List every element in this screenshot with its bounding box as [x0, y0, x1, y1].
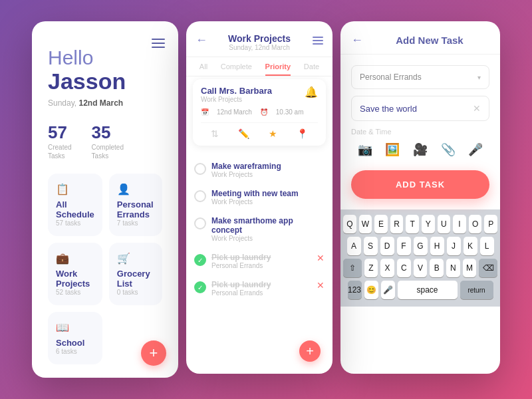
personal-errands-count: 7 tasks	[117, 219, 154, 227]
backspace-key[interactable]: ⌫	[479, 259, 497, 277]
task-item[interactable]: Meeting with new team Work Projects	[186, 184, 332, 211]
sort-icon[interactable]: ⇅	[211, 128, 219, 139]
space-key[interactable]: space	[398, 281, 458, 299]
task-checkbox-done[interactable]	[194, 254, 206, 266]
menu-icon[interactable]	[152, 36, 165, 51]
featured-task-title: Call Mrs. Barbara	[201, 86, 272, 96]
chevron-down-icon: ▾	[477, 74, 481, 81]
category-personal-errands[interactable]: 👤 Personal Errands 7 tasks	[109, 174, 162, 236]
tab-complete[interactable]: Complete	[221, 63, 252, 76]
category-school[interactable]: 📖 School 6 tasks	[48, 312, 102, 364]
task-time: 10.30 am	[276, 108, 304, 116]
category-list: 📋 All Schedule 57 tasks 👤 Personal Erran…	[48, 174, 162, 364]
task-checkbox-done[interactable]	[194, 281, 206, 293]
category-grocery-list[interactable]: 🛒 Grocery List 0 tasks	[109, 243, 162, 305]
screen2-menu-icon[interactable]	[313, 35, 323, 47]
key-k[interactable]: K	[464, 237, 477, 255]
key-y[interactable]: Y	[422, 215, 435, 233]
remove-task-button[interactable]: ✕	[317, 280, 325, 291]
mic-key[interactable]: 🎤	[381, 281, 395, 299]
task-item-done[interactable]: Pick up laundry Personal Errands ✕	[186, 275, 332, 302]
key-p[interactable]: P	[484, 215, 497, 233]
add-task-fab[interactable]: +	[299, 340, 321, 362]
category-work-projects[interactable]: 💼 Work Projects 52 tasks	[48, 243, 102, 305]
back-button[interactable]: ←	[196, 33, 207, 47]
return-key[interactable]: return	[460, 281, 493, 299]
key-w[interactable]: W	[359, 215, 372, 233]
work-projects-icon: 💼	[56, 252, 94, 265]
task-item[interactable]: Make smarthome app concept Work Projects	[186, 211, 332, 247]
key-o[interactable]: O	[469, 215, 482, 233]
shift-key[interactable]: ⇧	[343, 259, 362, 277]
key-g[interactable]: G	[414, 237, 428, 255]
key-r[interactable]: R	[390, 215, 404, 233]
featured-task-card[interactable]: Call Mrs. Barbara Work Projects 🔔 📅 12nd…	[193, 79, 326, 146]
key-z[interactable]: Z	[364, 259, 378, 277]
media-icons-row: 📷 🖼️ 🎥 📎 🎤	[351, 142, 489, 157]
key-i[interactable]: I	[453, 215, 466, 233]
task-checkbox[interactable]	[194, 217, 206, 229]
key-m[interactable]: M	[463, 259, 477, 277]
datetime-label: Date & Time	[351, 128, 489, 136]
screen1: Hello Jasson Sunday, 12nd March 57 Creat…	[32, 21, 178, 377]
key-l[interactable]: L	[480, 237, 494, 255]
task-item[interactable]: Make wareframing Work Projects	[186, 156, 332, 184]
key-b[interactable]: B	[430, 259, 444, 277]
screen3: ← Add New Task Personal Errands ▾ ✕ Date…	[340, 21, 500, 374]
task-title: Meeting with new team	[211, 189, 325, 198]
task-date: 12nd March	[217, 108, 252, 116]
task-time-icon: ⏰	[260, 108, 268, 116]
user-name: Jasson	[48, 69, 162, 94]
keyboard-row-2: A S D F G H J K L	[343, 237, 497, 255]
key-f[interactable]: F	[397, 237, 411, 255]
key-s[interactable]: S	[364, 237, 378, 255]
remove-task-button[interactable]: ✕	[317, 253, 325, 263]
task-checkbox[interactable]	[194, 190, 206, 202]
task-checkbox[interactable]	[194, 163, 206, 175]
all-schedule-title: All Schedule	[56, 200, 94, 219]
key-h[interactable]: H	[430, 237, 444, 255]
key-c[interactable]: C	[397, 259, 411, 277]
number-key[interactable]: 123	[348, 281, 362, 299]
microphone-icon[interactable]: 🎤	[468, 142, 483, 157]
category-all-schedule[interactable]: 📋 All Schedule 57 tasks	[48, 174, 102, 236]
pin-icon[interactable]: 📍	[297, 128, 308, 139]
back-button[interactable]: ←	[351, 33, 363, 47]
task-title: Pick up laundry	[211, 253, 311, 262]
key-q[interactable]: Q	[343, 215, 356, 233]
key-t[interactable]: T	[406, 215, 419, 233]
image-icon[interactable]: 🖼️	[385, 142, 400, 157]
add-task-button[interactable]: ADD TASK	[351, 170, 489, 199]
keyboard-row-4: 123 😊 🎤 space return	[343, 281, 497, 299]
task-sub: Work Projects	[211, 198, 325, 205]
edit-icon[interactable]: ✏️	[238, 128, 249, 139]
key-e[interactable]: E	[374, 215, 388, 233]
task-name-input[interactable]	[360, 104, 473, 114]
camera-icon[interactable]: 📷	[358, 142, 372, 157]
star-icon[interactable]: ★	[269, 128, 277, 139]
date-value: 12nd March	[79, 98, 124, 108]
tab-date[interactable]: Date	[304, 63, 319, 76]
task-item-done[interactable]: Pick up laundry Personal Errands ✕	[186, 247, 332, 275]
key-n[interactable]: N	[446, 259, 460, 277]
emoji-key[interactable]: 😊	[364, 281, 378, 299]
key-a[interactable]: A	[347, 237, 361, 255]
video-icon[interactable]: 🎥	[413, 142, 428, 157]
key-u[interactable]: U	[438, 215, 451, 233]
keyboard-row-1: Q W E R T Y U I O P	[343, 215, 497, 233]
add-task-fab[interactable]: +	[141, 340, 166, 366]
tab-all[interactable]: All	[200, 63, 207, 76]
task-name-field[interactable]: ✕	[351, 96, 489, 121]
task-sub: Work Projects	[211, 235, 325, 242]
key-j[interactable]: J	[447, 237, 461, 255]
key-v[interactable]: V	[414, 259, 428, 277]
key-x[interactable]: X	[380, 259, 394, 277]
clear-icon[interactable]: ✕	[473, 103, 481, 114]
attachment-icon[interactable]: 📎	[441, 142, 456, 157]
created-count: 57	[48, 122, 72, 143]
key-d[interactable]: D	[380, 237, 394, 255]
category-value: Personal Errands	[360, 72, 422, 82]
task-list: Make wareframing Work Projects Meeting w…	[186, 151, 332, 307]
tab-priority[interactable]: Priority	[265, 63, 291, 76]
category-dropdown[interactable]: Personal Errands ▾	[351, 65, 489, 89]
